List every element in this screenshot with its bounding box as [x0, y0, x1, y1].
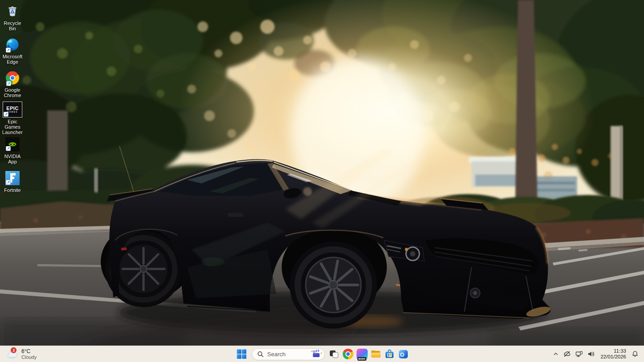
taskbar-microsoft-365-copilot[interactable]: M365: [355, 347, 369, 361]
chevron-up-icon: [553, 351, 559, 357]
desktop-icon-fortnite[interactable]: Fortnite: [0, 170, 25, 193]
ethernet-network-icon: [575, 350, 583, 358]
desktop-icon-google-chrome[interactable]: Google Chrome: [0, 69, 25, 98]
weather-temperature: 6°C: [21, 349, 37, 354]
desktop-icon-label: Google Chrome: [0, 87, 25, 98]
search-highlight-clapperboard-icon[interactable]: [312, 350, 321, 358]
m365-badge: M365: [357, 357, 366, 361]
wallpaper-front-wheel: [290, 241, 377, 329]
wallpaper-image: [0, 0, 644, 362]
weather-widget[interactable]: 3 6°C Cloudy: [4, 346, 39, 362]
shortcut-arrow-icon: [4, 112, 8, 117]
desktop: Recycle Bin Microsoft Edge: [0, 0, 644, 362]
taskbar-file-explorer[interactable]: [369, 347, 383, 361]
task-view-icon: [329, 349, 340, 359]
network-button[interactable]: [573, 347, 585, 361]
microsoft-store-icon: [384, 349, 395, 359]
desktop-icon-label: Recycle Bin: [0, 20, 25, 31]
system-tray: 11:33 22/01/2026: [550, 346, 642, 362]
desktop-icon-nvidia-app[interactable]: NVIDIA App: [0, 136, 25, 164]
taskbar-center: Search M365: [234, 346, 410, 362]
desktop-icon-label: Fortnite: [4, 187, 21, 193]
taskbar-google-chrome[interactable]: [341, 347, 355, 361]
shortcut-arrow-icon: [6, 48, 11, 53]
desktop-icon-recycle-bin[interactable]: Recycle Bin: [0, 3, 25, 31]
recycle-bin-icon: [5, 4, 20, 18]
start-button[interactable]: [234, 347, 249, 361]
clock[interactable]: 11:33 22/01/2026: [597, 348, 629, 360]
tray-time: 11:33: [600, 348, 626, 354]
desktop-icon-label: NVIDIA App: [0, 154, 25, 164]
desktop-icon-microsoft-edge[interactable]: Microsoft Edge: [0, 36, 25, 65]
shortcut-arrow-icon: [6, 146, 11, 151]
weather-condition: Cloudy: [21, 354, 37, 360]
windows-logo-icon: [237, 349, 246, 359]
volume-button[interactable]: [585, 347, 597, 361]
notification-center-button[interactable]: [629, 347, 642, 361]
nvidia-icon: [5, 137, 20, 151]
taskbar-outlook[interactable]: [397, 347, 410, 361]
speaker-volume-icon: [587, 350, 595, 358]
weather-alert-badge: 3: [10, 347, 17, 354]
file-explorer-icon: [370, 349, 381, 359]
desktop-icon-list: Recycle Bin Microsoft Edge: [0, 0, 31, 329]
search-placeholder: Search: [267, 351, 312, 358]
desktop-icon-label: Microsoft Edge: [0, 54, 25, 65]
taskbar-microsoft-store[interactable]: [383, 347, 397, 361]
google-chrome-icon: [343, 349, 353, 359]
taskbar: 3 6°C Cloudy: [0, 346, 644, 362]
desktop-icon-label: Epic Games Launcher: [0, 119, 25, 135]
tray-date: 22/01/2026: [600, 354, 626, 360]
weather-cloud-icon: 3: [6, 349, 18, 359]
search-icon: [257, 351, 264, 358]
onedrive-slashed-cloud-icon: [563, 350, 571, 358]
microsoft-365-copilot-icon: M365: [357, 349, 368, 360]
shortcut-arrow-icon: [6, 180, 11, 185]
hidden-icons-button[interactable]: [550, 347, 561, 361]
desktop-icon-epic-games-launcher[interactable]: EPIC GAMES Epic Games Launcher: [0, 101, 25, 135]
outlook-icon: [398, 349, 409, 359]
taskbar-search-box[interactable]: Search: [252, 348, 325, 360]
task-view-button[interactable]: [328, 347, 341, 361]
shortcut-arrow-icon: [6, 81, 11, 86]
epic-games-icon: EPIC GAMES: [3, 102, 22, 118]
fortnite-icon: [5, 171, 20, 185]
onedrive-status-button[interactable]: [561, 347, 573, 361]
notification-bell-icon: [632, 350, 639, 358]
